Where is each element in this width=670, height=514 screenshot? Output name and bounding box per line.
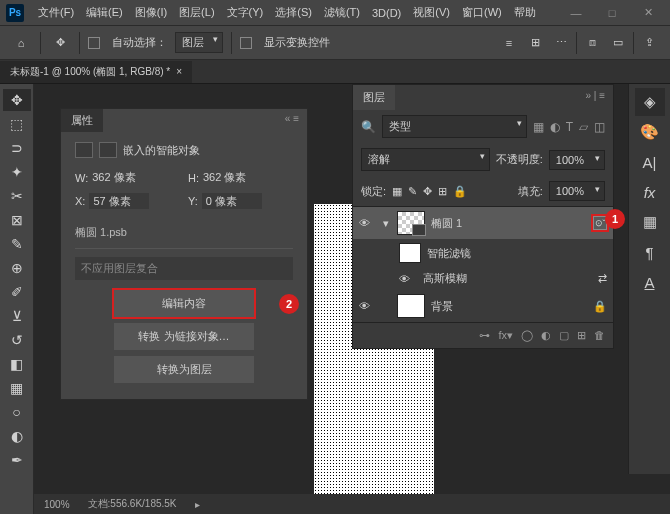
delete-icon[interactable]: 🗑	[594, 329, 605, 342]
home-icon[interactable]: ⌂	[10, 32, 32, 54]
link-layers-icon[interactable]: ⊶	[479, 329, 490, 342]
close-button[interactable]: ✕	[632, 3, 664, 23]
frame-tool[interactable]: ⊠	[3, 209, 31, 231]
eraser-tool[interactable]: ◧	[3, 353, 31, 375]
swatches-dock-icon[interactable]: ▦	[635, 208, 665, 236]
brush-tool[interactable]: ✐	[3, 281, 31, 303]
maximize-button[interactable]: □	[596, 3, 628, 23]
filter-pixel-icon[interactable]: ▦	[533, 120, 544, 134]
layer-row-gaussian[interactable]: 👁 高斯模糊 ⇄	[353, 267, 613, 290]
filter-adjust-icon[interactable]: ◐	[550, 120, 560, 134]
doc-size[interactable]: 文档:556.6K/185.5K	[88, 497, 177, 511]
tab-close-icon[interactable]: ×	[176, 66, 182, 77]
paragraph-dock-icon[interactable]: ¶	[635, 238, 665, 266]
source-file[interactable]: 椭圆 1.psb	[75, 217, 293, 249]
lock-paint-icon[interactable]: ✎	[408, 185, 417, 198]
blend-mode-dropdown[interactable]: 溶解	[361, 148, 490, 171]
auto-select-checkbox[interactable]	[88, 37, 100, 49]
menu-select[interactable]: 选择(S)	[269, 5, 318, 20]
layer-thumbnail[interactable]	[397, 294, 425, 318]
new-layer-icon[interactable]: ⊞	[577, 329, 586, 342]
menu-image[interactable]: 图像(I)	[129, 5, 173, 20]
convert-linked-button[interactable]: 转换 为链接对象…	[114, 323, 254, 350]
lock-nest-icon[interactable]: ⊞	[438, 185, 447, 198]
mask-icon[interactable]: ◯	[521, 329, 533, 342]
layer-thumbnail[interactable]	[397, 211, 425, 235]
layer-name[interactable]: 背景	[431, 299, 453, 314]
convert-layer-button[interactable]: 转换为图层	[114, 356, 254, 383]
filter-type-dropdown[interactable]: 类型	[382, 115, 527, 138]
visibility-icon[interactable]: 👁	[359, 300, 377, 312]
marquee-tool[interactable]: ⬚	[3, 113, 31, 135]
character-dock-icon[interactable]: A	[635, 268, 665, 296]
y-input[interactable]	[202, 193, 262, 209]
expand-icon[interactable]: ▾	[383, 217, 391, 230]
pen-tool[interactable]: ✒	[3, 449, 31, 471]
menu-file[interactable]: 文件(F)	[32, 5, 80, 20]
dodge-tool[interactable]: ◐	[3, 425, 31, 447]
status-arrow-icon[interactable]: ▸	[195, 499, 200, 510]
stamp-tool[interactable]: ⊻	[3, 305, 31, 327]
align3-icon[interactable]: ⋯	[550, 32, 572, 54]
history-tool[interactable]: ↺	[3, 329, 31, 351]
blur-tool[interactable]: ○	[3, 401, 31, 423]
move-tool[interactable]: ✥	[3, 89, 31, 111]
lasso-tool[interactable]: ⊃	[3, 137, 31, 159]
layer-comp-dropdown[interactable]: 不应用图层复合	[75, 257, 293, 280]
lock-trans-icon[interactable]: ▦	[392, 185, 402, 198]
3d-icon[interactable]: ⧈	[581, 32, 603, 54]
filter-smart-icon[interactable]: ◫	[594, 120, 605, 134]
menu-3d[interactable]: 3D(D)	[366, 7, 407, 19]
search-icon[interactable]: 🔍	[361, 120, 376, 134]
edit-contents-button[interactable]: 编辑内容	[114, 290, 254, 317]
menu-help[interactable]: 帮助	[508, 5, 542, 20]
minimize-button[interactable]: —	[560, 3, 592, 23]
panel-collapse-icon[interactable]: « ≡	[277, 109, 307, 128]
opacity-dropdown[interactable]: 100%	[549, 150, 605, 170]
menu-layer[interactable]: 图层(L)	[173, 5, 220, 20]
heal-tool[interactable]: ⊕	[3, 257, 31, 279]
auto-select-dropdown[interactable]: 图层	[175, 32, 223, 53]
show-transform-checkbox[interactable]	[240, 37, 252, 49]
h-value[interactable]: 362 像素	[203, 170, 246, 185]
menu-edit[interactable]: 编辑(E)	[80, 5, 129, 20]
zoom-level[interactable]: 100%	[44, 499, 70, 510]
x-input[interactable]	[89, 193, 149, 209]
layer-row-smartfilter[interactable]: 智能滤镜	[353, 239, 613, 267]
color-dock-icon[interactable]: 🎨	[635, 118, 665, 146]
document-tab[interactable]: 未标题-1 @ 100% (椭圆 1, RGB/8) * ×	[0, 61, 192, 83]
filter-text-icon[interactable]: T	[566, 120, 573, 134]
layers-dock-icon[interactable]: ◈	[635, 88, 665, 116]
filter-shape-icon[interactable]: ▱	[579, 120, 588, 134]
filter-mask-thumb[interactable]	[399, 243, 421, 263]
fill-dropdown[interactable]: 100%	[549, 181, 605, 201]
visibility-icon[interactable]: 👁	[399, 273, 417, 285]
menu-type[interactable]: 文字(Y)	[221, 5, 270, 20]
arrange-icon[interactable]: ▭	[607, 32, 629, 54]
filter-settings-icon[interactable]: ⇄	[598, 272, 607, 285]
menu-filter[interactable]: 滤镜(T)	[318, 5, 366, 20]
layer-name[interactable]: 椭圆 1	[431, 216, 462, 231]
glyphs-dock-icon[interactable]: A|	[635, 148, 665, 176]
layer-row-ellipse[interactable]: 👁 ▾ 椭圆 1 ⊙ˇ 1	[353, 207, 613, 239]
filter-name[interactable]: 高斯模糊	[423, 271, 467, 286]
wand-tool[interactable]: ✦	[3, 161, 31, 183]
fx-dock-icon[interactable]: fx	[635, 178, 665, 206]
layers-tab[interactable]: 图层	[353, 85, 395, 110]
align-icon[interactable]: ≡	[498, 32, 520, 54]
group-icon[interactable]: ▢	[559, 329, 569, 342]
crop-tool[interactable]: ✂	[3, 185, 31, 207]
fx-icon[interactable]: fx▾	[498, 329, 513, 342]
eyedropper-tool[interactable]: ✎	[3, 233, 31, 255]
gradient-tool[interactable]: ▦	[3, 377, 31, 399]
layers-menu-icon[interactable]: » | ≡	[577, 85, 613, 106]
visibility-icon[interactable]: 👁	[359, 217, 377, 229]
lock-all-icon[interactable]: 🔒	[453, 185, 467, 198]
share-icon[interactable]: ⇪	[638, 32, 660, 54]
adjustment-icon[interactable]: ◐	[541, 329, 551, 342]
lock-pos-icon[interactable]: ✥	[423, 185, 432, 198]
align2-icon[interactable]: ⊞	[524, 32, 546, 54]
w-value[interactable]: 362 像素	[92, 170, 135, 185]
properties-tab[interactable]: 属性	[61, 109, 103, 132]
layer-row-background[interactable]: 👁 背景 🔒	[353, 290, 613, 322]
